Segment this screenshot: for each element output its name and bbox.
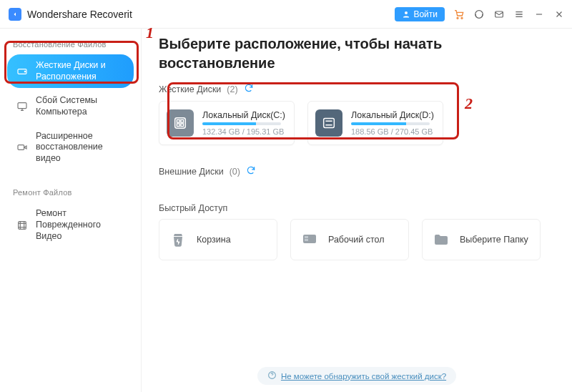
annotation-label-2: 2 bbox=[465, 94, 473, 113]
app-title: Wondershare Recoverit bbox=[27, 9, 132, 20]
svg-rect-9 bbox=[19, 221, 26, 229]
trash-icon bbox=[168, 230, 188, 250]
feedback-icon[interactable] bbox=[493, 9, 505, 20]
sidebar-section-recovery: Восстановление Файлов bbox=[4, 36, 137, 53]
disk-size: 188.56 GB / 270.45 GB bbox=[351, 127, 434, 136]
disk-usage-bar bbox=[202, 122, 281, 125]
sidebar-item-label: Ремонт Поврежденного Видео bbox=[36, 208, 125, 242]
sidebar-item-label: Жесткие Диски и Расположения bbox=[36, 60, 125, 82]
svg-rect-13 bbox=[177, 124, 179, 127]
quick-tile-folder[interactable]: Выберите Папку bbox=[422, 219, 541, 260]
help-question-icon bbox=[267, 371, 277, 381]
section-quick-access: Быстрый Доступ bbox=[159, 203, 555, 213]
section-external-disks: Внешние Диски (0) bbox=[159, 165, 555, 177]
section-label: Быстрый Доступ bbox=[159, 203, 227, 213]
sidebar-item-crash[interactable]: Сбой Системы Компьютера bbox=[7, 89, 134, 123]
refresh-icon[interactable] bbox=[246, 165, 256, 177]
section-count: (0) bbox=[230, 167, 240, 177]
help-link-pill[interactable]: Не можете обнаружить свой жесткий диск? bbox=[257, 367, 456, 385]
svg-rect-11 bbox=[177, 119, 179, 122]
svg-rect-18 bbox=[305, 239, 308, 241]
quick-label: Выберите Папку bbox=[460, 235, 528, 245]
quick-label: Рабочий стол bbox=[328, 235, 384, 245]
quick-tile-desktop[interactable]: Рабочий стол bbox=[290, 219, 409, 260]
sidebar-item-advanced-video[interactable]: Расширенное восстановление видео bbox=[7, 125, 134, 170]
sidebar: Восстановление Файлов Жесткие Диски и Ра… bbox=[0, 29, 142, 392]
folder-icon bbox=[431, 230, 451, 250]
svg-rect-14 bbox=[181, 124, 184, 127]
disk-usage-bar bbox=[351, 122, 430, 125]
help-text: Не можете обнаружить свой жесткий диск? bbox=[281, 372, 446, 381]
svg-rect-8 bbox=[18, 145, 24, 150]
page-title: Выберите расположение, чтобы начать восс… bbox=[159, 34, 488, 73]
sidebar-item-label: Расширенное восстановление видео bbox=[36, 131, 125, 165]
quick-label: Корзина bbox=[197, 235, 231, 245]
section-label: Жесткие Диски bbox=[159, 84, 221, 94]
sidebar-section-repair: Ремонт Файлов bbox=[4, 184, 137, 201]
quick-tile-recycle[interactable]: Корзина bbox=[159, 219, 277, 260]
sidebar-item-label: Сбой Системы Компьютера bbox=[36, 95, 125, 117]
titlebar: Wondershare Recoverit Войти bbox=[0, 0, 572, 29]
svg-point-0 bbox=[405, 11, 408, 14]
section-count: (2) bbox=[227, 84, 237, 94]
minimize-button[interactable] bbox=[533, 9, 545, 20]
disk-tile-c[interactable]: Локальный Диск(C:) 132.34 GB / 195.31 GB bbox=[159, 101, 295, 145]
app-logo-icon bbox=[9, 8, 21, 21]
login-button[interactable]: Войти bbox=[395, 7, 445, 21]
svg-point-1 bbox=[457, 17, 458, 19]
svg-point-2 bbox=[461, 17, 463, 19]
section-hard-disks: Жесткие Диски (2) bbox=[159, 83, 555, 95]
sidebar-item-video-repair[interactable]: Ремонт Поврежденного Видео bbox=[7, 202, 134, 248]
support-icon[interactable] bbox=[473, 9, 485, 20]
desktop-icon bbox=[300, 230, 320, 250]
disk-name: Локальный Диск(C:) bbox=[202, 110, 285, 120]
svg-rect-17 bbox=[305, 236, 308, 238]
annotation-label-1: 1 bbox=[146, 24, 154, 42]
disk-name: Локальный Диск(D:) bbox=[351, 110, 434, 120]
svg-point-6 bbox=[24, 71, 25, 72]
close-button[interactable] bbox=[553, 9, 565, 20]
login-label: Войти bbox=[413, 9, 438, 19]
disk-size: 132.34 GB / 195.31 GB bbox=[202, 127, 285, 136]
disk-tile-d[interactable]: Локальный Диск(D:) 188.56 GB / 270.45 GB bbox=[307, 101, 443, 145]
hdd-tile-icon bbox=[315, 109, 342, 137]
section-label: Внешние Диски bbox=[159, 167, 224, 177]
video-icon bbox=[16, 141, 29, 154]
svg-rect-15 bbox=[324, 119, 335, 128]
svg-rect-7 bbox=[18, 103, 26, 109]
svg-rect-12 bbox=[181, 119, 184, 122]
sidebar-item-disks[interactable]: Жесткие Диски и Расположения bbox=[7, 54, 134, 88]
cart-icon[interactable] bbox=[453, 9, 465, 20]
menu-icon[interactable] bbox=[513, 9, 525, 20]
content: Выберите расположение, чтобы начать восс… bbox=[142, 29, 572, 392]
refresh-icon[interactable] bbox=[244, 83, 254, 95]
film-icon bbox=[16, 219, 29, 232]
hdd-tile-icon bbox=[167, 109, 194, 137]
hdd-icon bbox=[16, 65, 29, 78]
monitor-icon bbox=[16, 100, 29, 113]
